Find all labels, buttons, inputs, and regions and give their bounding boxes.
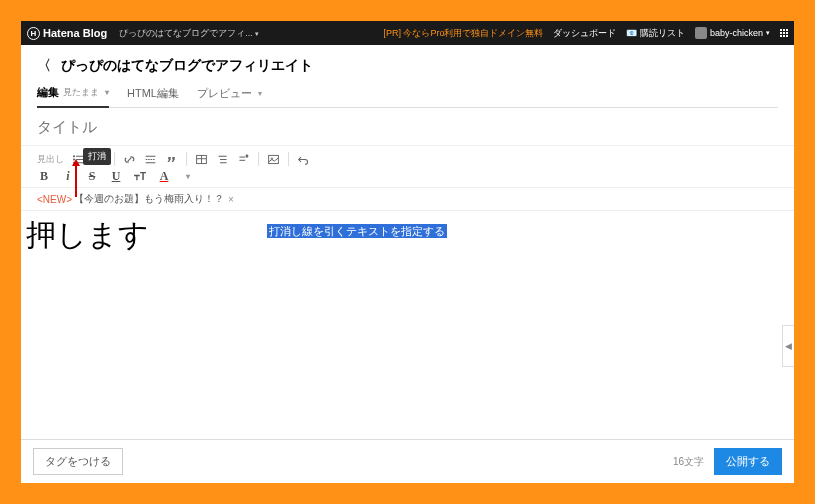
editor-tabs: 編集 見たまま HTML編集 プレビュー: [37, 85, 778, 108]
heading-dropdown[interactable]: 見出し: [37, 153, 64, 166]
color-button[interactable]: A: [157, 170, 171, 183]
svg-text:*: *: [246, 154, 248, 159]
strike-button[interactable]: S: [85, 170, 99, 183]
annotation-arrow: [75, 165, 77, 197]
tag-button[interactable]: タグをつける: [33, 448, 123, 475]
bold-button[interactable]: B: [37, 170, 51, 183]
readmore-icon[interactable]: [144, 153, 157, 166]
new-tag: <NEW>: [37, 194, 72, 205]
image-icon[interactable]: [267, 153, 280, 166]
link-icon[interactable]: [123, 153, 136, 166]
username: baby-chicken: [710, 28, 763, 38]
close-icon[interactable]: ×: [228, 194, 234, 205]
back-button[interactable]: 〈: [37, 57, 51, 75]
italic-button[interactable]: i: [61, 170, 75, 183]
user-menu[interactable]: baby-chicken: [695, 27, 770, 39]
pr-link[interactable]: [PR] 今ならPro利用で独自ドメイン無料: [383, 27, 543, 40]
publish-button[interactable]: 公開する: [714, 448, 782, 475]
logo-text: Hatena Blog: [43, 27, 107, 39]
tab-edit[interactable]: 編集 見たまま: [37, 85, 109, 108]
undo-icon[interactable]: [297, 153, 310, 166]
blog-subtitle[interactable]: ぴっぴのはてなブログでアフィ...: [119, 27, 258, 40]
sidebar-toggle[interactable]: ◀: [782, 325, 794, 367]
top-bar: H Hatena Blog ぴっぴのはてなブログでアフィ... [PR] 今なら…: [21, 21, 794, 45]
quote-icon[interactable]: [165, 153, 178, 166]
selected-text: 打消し線を引くテキストを指定する: [267, 224, 447, 238]
toc-icon[interactable]: [216, 153, 229, 166]
svg-point-3: [73, 155, 74, 156]
footnote-icon[interactable]: *: [237, 153, 250, 166]
fontsize-button[interactable]: ᴛT: [133, 170, 147, 183]
hatena-logo[interactable]: H Hatena Blog: [27, 27, 107, 40]
subscription-link[interactable]: 📧 購読リスト: [626, 27, 685, 40]
annotation-text: 押します: [26, 215, 149, 256]
format-dropdown[interactable]: ▾: [181, 170, 195, 183]
editor-content[interactable]: 打消し線を引くテキストを指定する: [251, 211, 794, 439]
breadcrumb: 〈 ぴっぴのはてなブログでアフィリエイト: [37, 57, 778, 75]
theme-text[interactable]: 【今週のお題】もう梅雨入り！？: [74, 192, 224, 206]
apps-icon[interactable]: [780, 29, 788, 37]
toolbar: 打消 見出し * B i S U ᴛT A ▾: [21, 146, 794, 188]
hatena-icon: H: [27, 27, 40, 40]
dashboard-link[interactable]: ダッシュボード: [553, 27, 616, 40]
page-title: ぴっぴのはてなブログでアフィリエイト: [61, 57, 313, 75]
strike-tooltip: 打消: [83, 148, 111, 165]
table-icon[interactable]: [195, 153, 208, 166]
footer: タグをつける 16文字 公開する: [21, 439, 794, 483]
char-count: 16文字: [673, 455, 704, 469]
tab-preview[interactable]: プレビュー: [197, 85, 262, 107]
title-input[interactable]: [21, 108, 794, 146]
tab-html[interactable]: HTML編集: [127, 85, 179, 107]
underline-button[interactable]: U: [109, 170, 123, 183]
theme-bar: <NEW> 【今週のお題】もう梅雨入り！？ ×: [21, 188, 794, 211]
avatar-icon: [695, 27, 707, 39]
